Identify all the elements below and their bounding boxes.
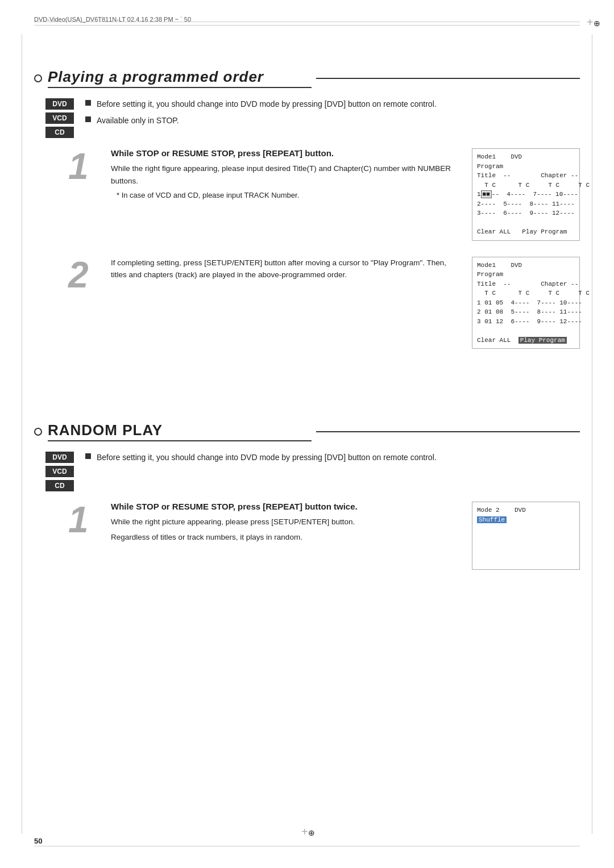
screen1-row2: Program bbox=[477, 162, 575, 172]
crosshair-top-right: ⊕ bbox=[587, 16, 598, 27]
section2-bullet-1-text: Before setting it, you should change int… bbox=[97, 452, 437, 464]
step1-content: While STOP or RESUME STOP, press [REPEAT… bbox=[111, 148, 472, 205]
section2-bullets: Before setting it, you should change int… bbox=[85, 452, 580, 468]
section1-step1: 1 While STOP or RESUME STOP, press [REPE… bbox=[34, 148, 580, 241]
section1-bullet-2-text: Available only in STOP. bbox=[97, 115, 179, 127]
section2-badges: DVD VCD CD bbox=[45, 452, 74, 491]
step2-screen: Mode1 DVD Program Title -- Chapter -- T … bbox=[472, 257, 580, 349]
badge-dvd: DVD bbox=[45, 98, 74, 110]
screen1-row8 bbox=[477, 218, 575, 228]
header-bar: DVD-Video(USA)_DV6T811N-LT 02.4.16 2:38 … bbox=[34, 16, 580, 26]
screen1-row4: T C T C T C T C bbox=[477, 181, 575, 190]
badge2-cd: CD bbox=[45, 480, 74, 491]
step1-screen: Mode1 DVD Program Title -- Chapter -- T … bbox=[472, 148, 580, 241]
shuffle-label: Shuffle bbox=[477, 516, 507, 523]
screen2-row8 bbox=[477, 326, 575, 336]
page-number: 50 bbox=[34, 837, 42, 845]
screen1-row3: Title -- Chapter -- bbox=[477, 171, 575, 181]
step3-heading: While STOP or RESUME STOP, press [REPEAT… bbox=[111, 502, 460, 511]
bullet-icon-1 bbox=[85, 100, 91, 106]
section1-bullet-1-text: Before setting it, you should change int… bbox=[97, 98, 437, 110]
step1-para1: While the right figure appearing, please… bbox=[111, 162, 460, 187]
section2-title-row: RANDOM PLAY bbox=[34, 422, 580, 441]
badge-vcd: VCD bbox=[45, 112, 74, 124]
section1-badges: DVD VCD CD bbox=[45, 98, 74, 138]
section1-bullet-2: Available only in STOP. bbox=[85, 115, 569, 127]
section2-divider bbox=[316, 431, 580, 432]
screen2-row4: T C T C T C T C bbox=[477, 289, 575, 298]
step2-number: 2 bbox=[68, 257, 99, 293]
screen2-row2: Program bbox=[477, 270, 575, 279]
step1-note: * In case of VCD and CD, please input TR… bbox=[111, 190, 460, 202]
badge2-vcd: VCD bbox=[45, 466, 74, 477]
section1-bullets: Before setting it, you should change int… bbox=[85, 98, 580, 131]
screen1-row9: Clear ALL Play Program bbox=[477, 227, 575, 237]
section2-heading: RANDOM PLAY bbox=[48, 422, 312, 441]
screen2-row5: 1 01 05 4---- 7---- 10---- bbox=[477, 298, 575, 308]
section1-divider bbox=[316, 78, 580, 79]
step3-number: 1 bbox=[68, 502, 99, 538]
section2-step1: 1 While STOP or RESUME STOP, press [REPE… bbox=[34, 502, 580, 570]
screen2-row3: Title -- Chapter -- bbox=[477, 279, 575, 289]
section2-intro: DVD VCD CD Before setting it, you should… bbox=[34, 452, 580, 491]
screen1-row6: 2---- 5---- 8---- 11---- bbox=[477, 199, 575, 209]
screen2-row1: Mode1 DVD bbox=[477, 261, 575, 270]
section1-intro: DVD VCD CD Before setting it, you should… bbox=[34, 98, 580, 138]
section1-step2: 2 If completing setting, press [SETUP/EN… bbox=[34, 257, 580, 349]
screen3-row2: Shuffle bbox=[477, 515, 575, 525]
step2-para1: If completing setting, press [SETUP/ENTE… bbox=[111, 257, 460, 281]
bullet2-icon-1 bbox=[85, 453, 91, 459]
step3-para1: While the right picture appearing, pleas… bbox=[111, 516, 460, 528]
play-program-btn: Play Program bbox=[518, 337, 567, 344]
screen1-row5: 1■■-- 4---- 7---- 10---- bbox=[477, 190, 575, 199]
step3-screen: Mode 2 DVD Shuffle bbox=[472, 502, 580, 570]
step1-number: 1 bbox=[68, 148, 99, 185]
screen2-row9: Clear ALL Play Program bbox=[477, 336, 575, 345]
badge-cd: CD bbox=[45, 127, 74, 138]
badge2-dvd: DVD bbox=[45, 452, 74, 463]
step3-para2: Regardless of titles or track numbers, i… bbox=[111, 531, 460, 544]
section1-circle bbox=[34, 74, 42, 82]
step3-content: While STOP or RESUME STOP, press [REPEAT… bbox=[111, 502, 472, 546]
section1-title-row: Playing a programmed order bbox=[34, 68, 580, 88]
section2-bullet-1: Before setting it, you should change int… bbox=[85, 452, 569, 464]
step1-heading: While STOP or RESUME STOP, press [REPEAT… bbox=[111, 148, 460, 158]
screen2-row6: 2 01 08 5---- 8---- 11---- bbox=[477, 307, 575, 317]
step2-content: If completing setting, press [SETUP/ENTE… bbox=[111, 257, 472, 284]
header-text: DVD-Video(USA)_DV6T811N-LT 02.4.16 2:38 … bbox=[34, 16, 191, 23]
crosshair-bottom-center: ⊕ bbox=[301, 825, 313, 837]
bullet-icon-2 bbox=[85, 116, 91, 122]
section1-bullet-1: Before setting it, you should change int… bbox=[85, 98, 569, 110]
screen2-row7: 3 01 12 6---- 9---- 12---- bbox=[477, 317, 575, 327]
screen1-row7: 3---- 6---- 9---- 12---- bbox=[477, 208, 575, 218]
section1-heading: Playing a programmed order bbox=[48, 68, 312, 88]
section2-circle bbox=[34, 428, 42, 436]
screen1-row1: Mode1 DVD bbox=[477, 152, 575, 162]
screen3-row1: Mode 2 DVD bbox=[477, 506, 575, 515]
